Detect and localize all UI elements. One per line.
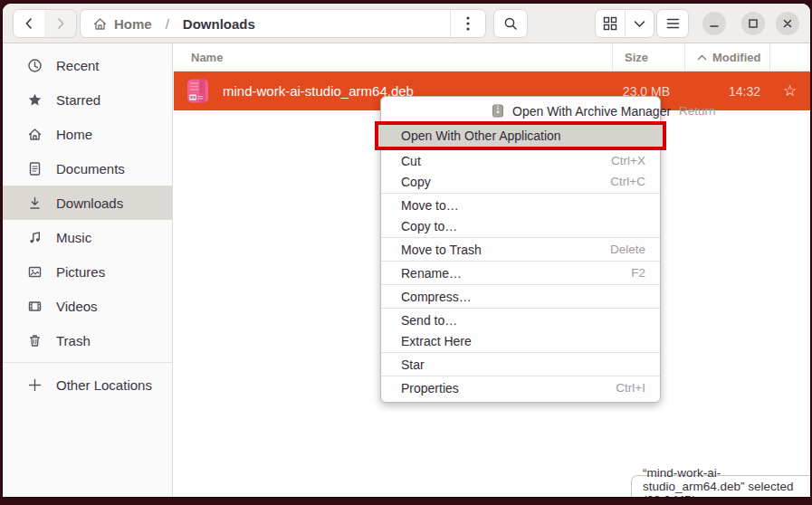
menu-item-cut[interactable]: Cut Ctrl+X: [381, 150, 660, 171]
music-note-icon: [27, 230, 43, 245]
sidebar-separator: [3, 362, 172, 363]
menu-separator: [381, 237, 660, 238]
menu-item-open-with-other-application[interactable]: Open With Other Application: [378, 125, 663, 147]
close-button[interactable]: [776, 12, 799, 35]
places-sidebar: Recent Starred Home Documents Downloads …: [3, 43, 173, 497]
sidebar-item-label: Starred: [56, 92, 100, 108]
search-button[interactable]: [493, 9, 528, 38]
menu-item-move-to-trash[interactable]: Move to Trash Delete: [381, 239, 660, 260]
deb-package-icon: [185, 78, 211, 104]
menu-item-rename[interactable]: Rename… F2: [381, 262, 660, 283]
sidebar-item-label: Pictures: [56, 264, 105, 280]
path-bar[interactable]: Home / Downloads: [80, 9, 486, 38]
breadcrumb-home[interactable]: Home: [114, 16, 152, 32]
breadcrumb-separator: /: [166, 16, 169, 32]
clock-icon: [27, 58, 43, 73]
maximize-button[interactable]: [741, 12, 765, 35]
kebab-menu-icon: [466, 16, 470, 31]
menu-item-move-to[interactable]: Move to…: [381, 195, 660, 215]
chevron-left-icon: [23, 17, 35, 30]
file-modified: 14:32: [684, 84, 769, 99]
sidebar-item-other-locations[interactable]: Other Locations: [3, 367, 172, 402]
sidebar-item-starred[interactable]: Starred: [3, 82, 172, 117]
sidebar-item-label: Documents: [56, 161, 125, 176]
star-toggle-icon[interactable]: ☆: [769, 81, 810, 100]
status-bar: “mind-work-ai-studio_arm64.deb” selected…: [631, 475, 810, 497]
sidebar-item-recent[interactable]: Recent: [3, 48, 172, 82]
view-options-dropdown[interactable]: [625, 10, 654, 37]
trash-icon: [27, 333, 43, 348]
picture-icon: [27, 264, 43, 280]
titlebar[interactable]: Home / Downloads: [3, 4, 810, 43]
grid-view-icon: [603, 16, 617, 31]
sidebar-item-trash[interactable]: Trash: [3, 323, 172, 357]
sidebar-item-documents[interactable]: Documents: [3, 151, 172, 186]
chevron-right-icon: [54, 17, 67, 30]
column-header-name[interactable]: Name: [174, 43, 612, 71]
column-header-size[interactable]: Size: [612, 43, 684, 71]
minimize-button[interactable]: [702, 12, 726, 35]
menu-item-extract-here[interactable]: Extract Here: [381, 330, 660, 351]
search-icon: [503, 16, 518, 31]
view-toggle-button: [595, 9, 654, 38]
download-arrow-icon: [27, 195, 43, 211]
menu-item-copy-to[interactable]: Copy to…: [381, 215, 660, 236]
forward-button[interactable]: [44, 9, 77, 38]
maximize-icon: [748, 18, 759, 29]
menu-item-properties[interactable]: Properties Ctrl+I: [381, 377, 660, 398]
sidebar-item-label: Recent: [56, 58, 100, 73]
sort-ascending-icon: [697, 54, 707, 61]
sidebar-item-label: Trash: [56, 333, 91, 348]
star-icon: [27, 92, 43, 108]
menu-separator: [381, 308, 660, 309]
menu-item-copy[interactable]: Copy Ctrl+C: [381, 171, 660, 192]
home-icon: [92, 16, 108, 32]
context-menu: Open With Archive Manager Return Open Wi…: [380, 96, 661, 403]
plus-icon: [27, 377, 43, 393]
chevron-down-icon: [634, 20, 645, 28]
menu-separator: [381, 284, 660, 285]
grid-view-button[interactable]: [596, 10, 625, 37]
sidebar-item-home[interactable]: Home: [3, 117, 172, 151]
document-icon: [27, 161, 43, 176]
film-icon: [27, 299, 43, 314]
breadcrumb: Home / Downloads: [92, 16, 255, 32]
list-header: Name Size Modified: [174, 43, 810, 71]
sidebar-item-downloads[interactable]: Downloads: [3, 186, 172, 220]
sidebar-item-label: Videos: [56, 299, 98, 314]
menu-item-open-with-archive-manager[interactable]: Open With Archive Manager Return: [381, 100, 660, 121]
menu-separator: [381, 261, 660, 262]
sidebar-item-label: Home: [56, 127, 92, 142]
sidebar-item-pictures[interactable]: Pictures: [3, 254, 172, 289]
breadcrumb-current[interactable]: Downloads: [183, 16, 255, 32]
menu-item-star[interactable]: Star: [381, 354, 660, 375]
menu-item-compress[interactable]: Compress…: [381, 286, 660, 307]
sidebar-item-label: Other Locations: [56, 377, 152, 393]
hamburger-menu-icon: [666, 18, 680, 29]
column-header-modified[interactable]: Modified: [684, 43, 769, 71]
home-icon: [27, 127, 43, 142]
app-menu-button[interactable]: [656, 9, 689, 38]
sidebar-item-label: Downloads: [56, 195, 123, 211]
archive-manager-icon: [492, 104, 504, 118]
annotation-highlight-box: Open With Other Application: [375, 121, 666, 150]
screenshot-root: Home / Downloads: [0, 0, 812, 505]
sidebar-item-label: Music: [56, 230, 91, 245]
menu-item-send-to[interactable]: Send to…: [381, 310, 660, 330]
menu-separator: [381, 376, 660, 376]
sidebar-item-music[interactable]: Music: [3, 220, 172, 254]
menu-separator: [381, 352, 660, 353]
path-options-button[interactable]: [450, 10, 485, 37]
column-header-star: [769, 43, 810, 71]
menu-separator: [381, 193, 660, 194]
sidebar-item-videos[interactable]: Videos: [3, 289, 172, 323]
minimize-icon: [709, 18, 720, 29]
close-icon: [782, 18, 793, 29]
back-button[interactable]: [13, 9, 45, 38]
